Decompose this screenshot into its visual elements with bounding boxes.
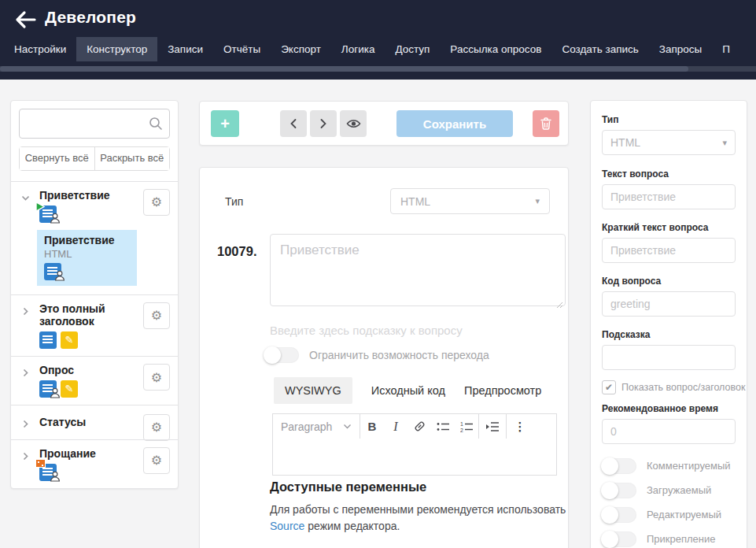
tab-logic[interactable]: Логика: [331, 37, 385, 61]
wysiwyg-editing-area[interactable]: [272, 439, 557, 476]
tab-create-record[interactable]: Создать запись: [551, 37, 648, 61]
restrict-transition-label: Ограничить возможность перехода: [309, 349, 489, 361]
tree-item-greeting-section[interactable]: Приветствие ⚙ Приветствие HTML: [11, 181, 178, 294]
file-attachment-label: Прикрепление файлов: [647, 531, 725, 548]
prop-recommended-time-label: Рекомендованное время: [602, 403, 736, 414]
tabs-scrollbar-thumb[interactable]: [0, 66, 688, 72]
topbar: Девелопер Настройки Конструктор Записи О…: [0, 0, 756, 80]
bold-button[interactable]: B: [360, 414, 384, 439]
tab-settings[interactable]: Настройки: [4, 37, 76, 61]
tree-item-greeting-html-selected[interactable]: Приветствие HTML: [37, 230, 137, 286]
collapse-all-button[interactable]: Свернуть всё: [20, 147, 95, 170]
chevron-right-icon[interactable]: [20, 367, 31, 381]
tree-child-type: HTML: [44, 248, 130, 260]
gear-icon[interactable]: ⚙: [143, 302, 170, 329]
tree-child-label: Приветствие: [44, 234, 130, 247]
more-options-kebab-icon[interactable]: ⋮: [507, 414, 533, 439]
person-icon: [50, 471, 61, 485]
finish-flag-icon: [35, 459, 46, 468]
commentable-toggle[interactable]: [602, 458, 636, 474]
tree-item-label: Опрос: [39, 364, 137, 377]
commentable-label: Комментируемый: [647, 458, 731, 473]
tab-access[interactable]: Доступ: [385, 37, 440, 61]
prop-recommended-time-input[interactable]: [602, 419, 736, 444]
expand-all-button[interactable]: Раскрыть всё: [95, 147, 170, 170]
downloadable-toggle[interactable]: [602, 483, 636, 498]
file-attachment-toggle[interactable]: [602, 531, 636, 547]
prop-short-text-label: Краткий текст вопроса: [602, 222, 736, 233]
add-question-button[interactable]: +: [211, 110, 239, 137]
tab-preview[interactable]: Предпросмотр: [464, 377, 541, 404]
variables-text-before: Для работы с переменными рекомендуется и…: [270, 503, 566, 516]
question-title-textarea[interactable]: [270, 234, 566, 306]
type-select[interactable]: HTML ▾: [390, 188, 550, 214]
paragraph-style-dropdown[interactable]: Paragraph: [273, 414, 360, 439]
link-icon[interactable]: [408, 414, 431, 439]
person-icon: [54, 270, 65, 284]
tree-item-full-header[interactable]: Это полный заголовок ✎ ⚙: [11, 294, 178, 357]
svg-text:1: 1: [460, 421, 463, 427]
show-question-checkbox[interactable]: ✔: [602, 380, 616, 394]
gear-icon[interactable]: ⚙: [143, 189, 170, 216]
tree-item-survey[interactable]: Опрос ✎ ⚙: [11, 356, 178, 405]
prop-type-label: Тип: [602, 114, 736, 125]
restrict-transition-toggle[interactable]: [264, 347, 299, 363]
search-input[interactable]: [19, 109, 170, 139]
tree-item-label: Приветствие: [39, 189, 137, 202]
gear-icon[interactable]: ⚙: [143, 414, 170, 441]
gear-icon[interactable]: ⚙: [143, 364, 170, 391]
indent-list-icon[interactable]: [479, 414, 506, 439]
editable-label: Редактируемый: [647, 507, 721, 522]
preview-eye-button[interactable]: [340, 110, 367, 137]
gear-icon[interactable]: ⚙: [143, 447, 170, 474]
question-tree-panel: Свернуть всё Раскрыть всё Приветствие ⚙: [10, 100, 179, 489]
prop-short-text-input[interactable]: [602, 238, 736, 263]
tab-constructor[interactable]: Конструктор: [76, 37, 157, 61]
bulleted-list-icon[interactable]: [431, 414, 455, 439]
back-arrow-icon[interactable]: [13, 9, 37, 31]
question-editor-panel: Тип HTML ▾ 10079. Ограничить возможность…: [199, 167, 569, 548]
tab-survey-mailing[interactable]: Рассылка опросов: [440, 37, 551, 61]
source-mode-link[interactable]: Source: [270, 520, 304, 532]
person-icon: [50, 213, 61, 227]
prop-code-input[interactable]: [602, 291, 736, 317]
tabs-scrollbar-track[interactable]: [0, 66, 756, 72]
question-hint-input[interactable]: [270, 320, 567, 339]
tab-export[interactable]: Экспорт: [271, 37, 331, 61]
person-icon: [50, 387, 61, 402]
numbered-list-icon[interactable]: 12: [455, 414, 478, 439]
editable-toggle[interactable]: [602, 507, 636, 523]
variables-text-after: режим редактора.: [304, 520, 400, 532]
next-question-button[interactable]: [310, 110, 337, 137]
save-button[interactable]: Сохранить: [396, 110, 513, 137]
tab-cut-off[interactable]: П: [712, 37, 740, 61]
tab-source-code[interactable]: Исходный код: [371, 377, 445, 404]
show-question-label: Показать вопрос/заголовок: [621, 382, 745, 393]
html-question-icon: [44, 263, 61, 280]
chevron-right-icon[interactable]: [20, 418, 31, 432]
chevron-down-icon: ▾: [535, 196, 540, 206]
prop-hint-input[interactable]: [602, 345, 736, 370]
chevron-right-icon[interactable]: [20, 305, 31, 320]
question-properties-panel: Тип HTML ▾ Текст вопроса Краткий текст в…: [590, 100, 747, 548]
delete-trash-button[interactable]: [533, 110, 559, 137]
html-question-icon: [39, 206, 57, 223]
chevron-down-icon[interactable]: [20, 192, 31, 206]
chevron-right-icon[interactable]: [20, 450, 31, 465]
tree-item-statuses[interactable]: Статусы ⚙: [11, 405, 178, 439]
prop-question-text-input[interactable]: [602, 184, 736, 209]
text-block-icon: [39, 331, 57, 349]
tab-records[interactable]: Записи: [157, 37, 213, 61]
prop-type-select[interactable]: HTML ▾: [602, 130, 736, 155]
prop-hint-label: Подсказка: [602, 329, 736, 340]
italic-button[interactable]: I: [384, 414, 408, 439]
tree-item-farewell[interactable]: Прощание ⚙: [11, 439, 178, 488]
tab-requests[interactable]: Запросы: [649, 37, 712, 61]
prev-question-button[interactable]: [280, 110, 307, 137]
tab-wysiwyg[interactable]: WYSIWYG: [274, 377, 352, 404]
page-title: Девелопер: [45, 8, 136, 27]
tree-item-label: Прощание: [39, 447, 137, 461]
html-question-icon: [39, 380, 57, 398]
chevron-down-icon: ▾: [722, 138, 727, 148]
tab-reports[interactable]: Отчёты: [213, 37, 271, 61]
